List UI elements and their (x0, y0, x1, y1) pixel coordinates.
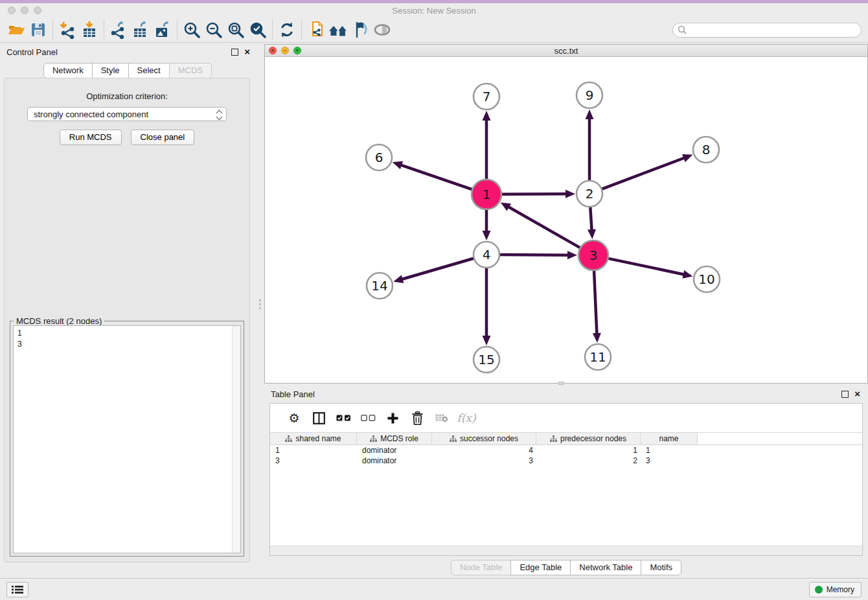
edge-3-11[interactable] (594, 269, 597, 335)
network-overview-icon[interactable] (327, 19, 349, 40)
mcds-panel: Optimization criterion: strongly connect… (4, 78, 250, 562)
zoom-selected-icon[interactable] (247, 19, 269, 40)
task-history-button[interactable] (6, 582, 29, 597)
main-toolbar (0, 17, 868, 43)
search-input[interactable] (672, 23, 862, 38)
run-mcds-button[interactable]: Run MCDS (60, 130, 122, 145)
app-titlebar: Session: New Session (0, 3, 868, 17)
node-label-7: 7 (483, 89, 491, 104)
open-session-icon[interactable] (5, 19, 27, 40)
tab-node-table[interactable]: Node Table (451, 560, 512, 575)
optimization-criterion-select[interactable]: strongly connected component (27, 107, 227, 121)
float-panel-icon[interactable] (231, 49, 238, 56)
node-label-2: 2 (586, 186, 594, 202)
horizontal-splitter-handle[interactable] (558, 382, 564, 385)
vertical-splitter-handle[interactable] (258, 298, 262, 310)
search-icon (678, 25, 687, 35)
memory-label: Memory (827, 585, 854, 594)
new-network-from-selection-icon[interactable] (305, 19, 327, 40)
search-field[interactable] (672, 23, 862, 38)
table-cell: 1 (536, 446, 641, 455)
tab-network-table[interactable]: Network Table (570, 560, 641, 575)
edge-arrowhead (393, 161, 403, 169)
edge-4-14[interactable] (401, 258, 475, 279)
export-image-icon[interactable] (152, 19, 174, 40)
list-icon (12, 585, 23, 594)
column-header-MCDS-role[interactable]: MCDS role (357, 433, 432, 444)
close-table-panel-icon[interactable]: × (854, 388, 860, 400)
table-cell: dominator (357, 456, 432, 465)
column-header-name[interactable]: name (641, 433, 698, 444)
select-all-checkboxes-icon[interactable] (331, 415, 356, 421)
edge-3-1[interactable] (507, 206, 582, 248)
table-rows[interactable]: 1dominator4113dominator323 (270, 445, 862, 466)
zoom-fit-icon[interactable] (225, 19, 247, 40)
float-table-panel-icon[interactable] (841, 391, 849, 398)
node-label-9: 9 (586, 87, 594, 103)
table-cell: 2 (536, 456, 641, 465)
export-network-icon[interactable] (108, 19, 130, 40)
table-cell: 4 (432, 446, 536, 455)
node-label-14: 14 (371, 278, 387, 294)
table-cell: 1 (641, 446, 698, 455)
toolbar-separator (272, 20, 273, 40)
zoom-out-icon[interactable] (203, 19, 225, 40)
app-title: Session: New Session (0, 6, 868, 16)
show-columns-icon[interactable] (306, 412, 331, 424)
import-table-icon[interactable] (78, 19, 100, 40)
delete-table-icon[interactable] (429, 413, 454, 422)
add-row-icon[interactable] (380, 412, 405, 424)
column-settings-gear-icon[interactable]: ⚙ (282, 411, 306, 425)
mcds-result-group: MCDS result (2 nodes) 13 (10, 321, 244, 557)
import-network-icon[interactable] (56, 19, 78, 40)
table-row[interactable]: 1dominator411 (270, 445, 862, 456)
edge-2-8[interactable] (600, 157, 685, 190)
table-tabs: Node Table Edge Table Network Table Moti… (264, 560, 868, 575)
network-view-window: × − + scc.txt 7968124314101511 (264, 44, 868, 384)
zoom-in-icon[interactable] (181, 19, 203, 40)
table-panel: Table Panel × ⚙ f(x) (264, 386, 868, 575)
mcds-result-line: 1 (17, 328, 236, 339)
tab-edge-table[interactable]: Edge Table (510, 560, 571, 575)
edge-arrowhead (586, 110, 594, 119)
delete-row-trash-icon[interactable] (405, 411, 429, 425)
column-header-shared-name[interactable]: shared name (270, 433, 357, 444)
deselect-all-checkboxes-icon[interactable] (356, 415, 380, 421)
table-panel-header: Table Panel × (264, 387, 868, 402)
tab-style[interactable]: Style (92, 63, 129, 78)
mcds-result-scrollbar[interactable] (232, 326, 240, 553)
edge-3-10[interactable] (607, 258, 685, 275)
column-header-predecessor-nodes[interactable]: predecessor nodes (536, 433, 641, 444)
edge-1-2[interactable] (500, 194, 567, 194)
network-window-title: scc.txt (265, 46, 867, 56)
apply-style-icon[interactable] (349, 19, 371, 40)
mcds-result-textarea[interactable]: 13 (13, 325, 241, 553)
tab-select[interactable]: Select (128, 63, 170, 78)
network-canvas[interactable]: 7968124314101511 (265, 58, 867, 383)
tab-motifs[interactable]: Motifs (641, 560, 681, 575)
edge-arrowhead (483, 336, 491, 345)
export-table-icon[interactable] (130, 19, 152, 40)
edge-arrowhead (567, 251, 577, 259)
table-panel-title: Table Panel (271, 389, 315, 399)
edge-4-3[interactable] (498, 255, 569, 255)
tab-network[interactable]: Network (43, 63, 93, 78)
memory-button[interactable]: Memory (809, 582, 862, 597)
edge-2-3[interactable] (590, 205, 592, 231)
close-panel-button[interactable]: Close panel (131, 130, 195, 145)
tab-mcds[interactable]: MCDS (169, 63, 212, 78)
edge-arrowhead (682, 270, 692, 279)
save-session-icon[interactable] (27, 19, 49, 40)
control-panel-tabs: Network Style Select MCDS (0, 63, 255, 78)
edge-arrowhead (483, 111, 491, 121)
column-header-successor-nodes[interactable]: successor nodes (432, 433, 536, 444)
close-panel-icon[interactable]: × (244, 46, 250, 58)
edge-1-6[interactable] (400, 165, 474, 190)
show-graphics-details-icon[interactable] (371, 19, 393, 40)
refresh-layout-icon[interactable] (276, 19, 298, 40)
function-builder-icon[interactable]: f(x) (454, 411, 479, 424)
edge-arrowhead (393, 275, 404, 283)
network-window-titlebar[interactable]: × − + scc.txt (265, 45, 867, 57)
table-header-row[interactable]: shared nameMCDS rolesuccessor nodesprede… (270, 432, 862, 445)
table-row[interactable]: 3dominator323 (270, 456, 862, 466)
